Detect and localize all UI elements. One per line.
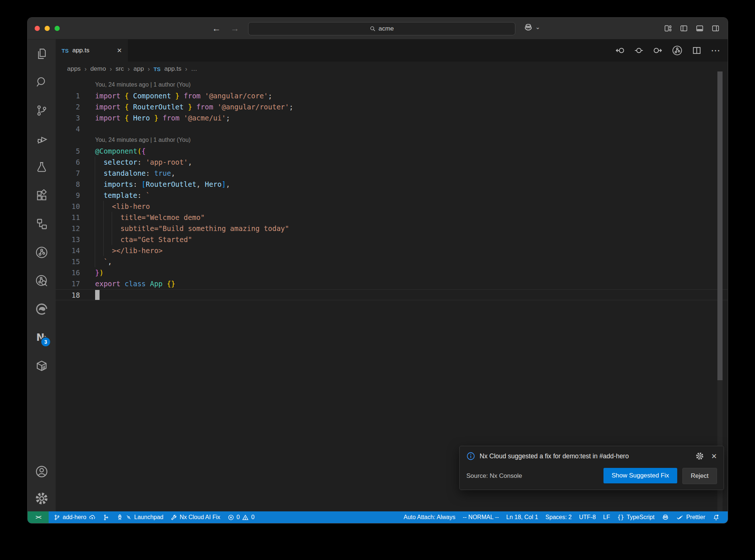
code-line-13[interactable]: 13 cta="Get Started"	[56, 234, 728, 245]
explorer-icon[interactable]	[28, 39, 56, 68]
line-number[interactable]: 15	[56, 256, 80, 267]
line-number[interactable]: 12	[56, 223, 80, 234]
code-line-4[interactable]: 4	[56, 123, 728, 134]
codelens-blame[interactable]: You, 24 minutes ago | 1 author (You)	[56, 79, 728, 90]
notification-close-icon[interactable]: ✕	[711, 452, 717, 461]
nx-run-target-icon[interactable]	[672, 45, 683, 56]
tab-app-ts[interactable]: TS app.ts ✕	[56, 39, 128, 62]
line-number[interactable]: 13	[56, 234, 80, 245]
problems-status[interactable]: 0 0	[224, 511, 258, 523]
line-number[interactable]: 8	[56, 179, 80, 190]
code-line-15[interactable]: 15 `,	[56, 256, 728, 267]
breadcrumb-more[interactable]: …	[191, 65, 197, 73]
command-center-search[interactable]: acme	[248, 22, 515, 35]
notification-settings-gear-icon[interactable]	[696, 452, 704, 460]
codelens-blame[interactable]: You, 24 minutes ago | 1 author (You)	[56, 134, 728, 146]
code-line-18[interactable]: 18	[56, 289, 728, 300]
show-suggested-fix-button[interactable]: Show Suggested Fix	[603, 468, 677, 483]
line-number[interactable]: 6	[56, 157, 80, 168]
close-window-button[interactable]	[35, 26, 40, 31]
vim-mode-status[interactable]: -- NORMAL --	[459, 511, 502, 523]
customize-layout-icon[interactable]	[664, 24, 672, 32]
breadcrumb-item[interactable]: src	[115, 65, 124, 73]
edge-browser-icon[interactable]	[28, 295, 56, 323]
nx-graph-search-icon[interactable]	[28, 266, 56, 295]
cursor-position-status[interactable]: Ln 18, Col 1	[502, 511, 542, 523]
code-text: import { RouterOutlet } from '@angular/r…	[80, 101, 293, 112]
code-line-10[interactable]: 10 <lib-hero	[56, 201, 728, 212]
source-control-icon[interactable]	[28, 96, 56, 125]
scrollbar-thumb[interactable]	[717, 71, 723, 380]
line-number[interactable]: 9	[56, 190, 80, 201]
settings-gear-icon[interactable]	[28, 486, 56, 511]
line-number[interactable]: 2	[56, 101, 80, 112]
git-branch-status[interactable]: add-hero	[50, 511, 99, 523]
code-line-1[interactable]: 1import { Component } from '@angular/cor…	[56, 90, 728, 101]
line-number[interactable]: 3	[56, 112, 80, 123]
breadcrumb-item[interactable]: apps	[67, 65, 81, 73]
code-line-5[interactable]: 5@Component({	[56, 146, 728, 157]
copilot-menu[interactable]: ⌄	[523, 22, 540, 32]
code-line-12[interactable]: 12 subtitle="Build something amazing tod…	[56, 223, 728, 234]
more-actions-icon[interactable]: ⋯	[711, 49, 721, 52]
copilot-status[interactable]	[658, 511, 673, 523]
code-line-17[interactable]: 17export class App {}	[56, 278, 728, 289]
code-line-11[interactable]: 11 title="Welcmoe demo"	[56, 212, 728, 223]
code-line-16[interactable]: 16})	[56, 267, 728, 278]
toggle-primary-sidebar-icon[interactable]	[680, 24, 688, 32]
toggle-secondary-sidebar-icon[interactable]	[711, 24, 720, 32]
accounts-icon[interactable]	[28, 457, 56, 486]
auto-attach-status[interactable]: Auto Attach: Always	[400, 511, 459, 523]
encoding-status[interactable]: UTF-8	[575, 511, 599, 523]
split-editor-icon[interactable]	[692, 46, 702, 55]
code-line-9[interactable]: 9 template: `	[56, 190, 728, 201]
code-line-14[interactable]: 14 ></lib-hero>	[56, 245, 728, 256]
line-number[interactable]: 18	[56, 290, 80, 300]
breadcrumb-item[interactable]: demo	[90, 65, 106, 73]
nx-console-icon[interactable]: N› 3	[28, 323, 56, 351]
reject-button[interactable]: Reject	[682, 468, 717, 484]
code-line-8[interactable]: 8 imports: [RouterOutlet, Hero],	[56, 179, 728, 190]
nx-cloud-fix-status[interactable]: Nx Cloud AI Fix	[167, 511, 224, 523]
minimize-window-button[interactable]	[45, 26, 50, 31]
line-number[interactable]: 10	[56, 201, 80, 212]
nav-position-icon[interactable]	[634, 46, 644, 55]
code-line-7[interactable]: 7 standalone: true,	[56, 168, 728, 179]
indentation-status[interactable]: Spaces: 2	[542, 511, 575, 523]
line-number[interactable]: 16	[56, 267, 80, 278]
nx-graph-icon[interactable]	[28, 238, 56, 266]
testing-icon[interactable]	[28, 153, 56, 181]
line-number[interactable]: 4	[56, 123, 80, 134]
history-back-icon[interactable]: ←	[212, 23, 221, 34]
code-line-2[interactable]: 2import { RouterOutlet } from '@angular/…	[56, 101, 728, 112]
nav-back-circle-icon[interactable]	[615, 46, 625, 55]
notifications-bell[interactable]	[709, 511, 723, 523]
breadcrumb-file[interactable]: app.ts	[164, 65, 181, 73]
line-number[interactable]: 5	[56, 146, 80, 157]
project-structure-icon[interactable]	[28, 210, 56, 238]
close-tab-icon[interactable]: ✕	[117, 47, 122, 55]
language-mode-status[interactable]: {} TypeScript	[614, 511, 658, 523]
breadcrumb-item[interactable]: app	[133, 65, 144, 73]
remote-indicator[interactable]: ><	[28, 511, 49, 523]
line-number[interactable]: 1	[56, 90, 80, 101]
code-line-6[interactable]: 6 selector: 'app-root',	[56, 157, 728, 168]
line-number[interactable]: 14	[56, 245, 80, 256]
line-number[interactable]: 17	[56, 278, 80, 289]
line-number[interactable]: 11	[56, 212, 80, 223]
scrollbar-track[interactable]	[717, 71, 723, 511]
formatter-status[interactable]: Prettier	[673, 511, 709, 523]
line-number[interactable]: 7	[56, 168, 80, 179]
toggle-panel-icon[interactable]	[696, 24, 704, 32]
history-forward-icon[interactable]: →	[230, 23, 239, 34]
code-line-3[interactable]: 3import { Hero } from '@acme/ui';	[56, 112, 728, 123]
run-debug-icon[interactable]	[28, 125, 56, 153]
maximize-window-button[interactable]	[55, 26, 60, 31]
container-tools-icon[interactable]	[28, 351, 56, 380]
nav-forward-circle-icon[interactable]	[653, 46, 662, 55]
eol-status[interactable]: LF	[599, 511, 614, 523]
launchpad-status[interactable]: Launchpad	[113, 511, 167, 523]
git-graph-status[interactable]	[99, 511, 113, 523]
extensions-icon[interactable]	[28, 181, 56, 210]
search-sidebar-icon[interactable]	[28, 68, 56, 96]
